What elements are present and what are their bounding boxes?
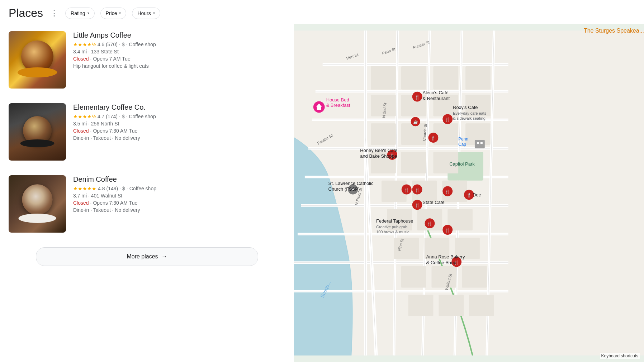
category: Coffee shop bbox=[129, 42, 156, 47]
svg-text:100 brews & music: 100 brews & music bbox=[376, 230, 409, 234]
keyboard-shortcuts-label[interactable]: Keyboard shortcuts bbox=[600, 353, 640, 359]
place-description: Dine-in · Takeout · No delivery bbox=[73, 207, 285, 213]
svg-rect-40 bbox=[433, 123, 458, 145]
review-count: (149) bbox=[106, 186, 118, 191]
status-badge: Closed bbox=[73, 128, 89, 134]
svg-text:& Restaurant: & Restaurant bbox=[423, 96, 450, 101]
svg-rect-31 bbox=[401, 66, 426, 90]
svg-rect-55 bbox=[431, 266, 456, 288]
svg-text:🍴: 🍴 bbox=[445, 189, 450, 194]
status-badge: Closed bbox=[73, 200, 89, 206]
place-info-denim: Denim Coffee ★★★★★ 4.8 (149) · $ · Coffe… bbox=[73, 175, 285, 233]
svg-text:and Bake Shoppe: and Bake Shoppe bbox=[360, 153, 397, 159]
svg-rect-100 bbox=[475, 140, 485, 148]
status-detail: Opens 7:30 AM Tue bbox=[93, 128, 137, 134]
svg-text:🍴: 🍴 bbox=[431, 135, 436, 140]
svg-text:Church (FSSP): Church (FSSP) bbox=[328, 186, 360, 192]
svg-text:🍴: 🍴 bbox=[445, 228, 450, 233]
star-icons: ★★★★½ bbox=[73, 42, 96, 47]
place-distance: 3.5 mi · 256 North St bbox=[73, 121, 285, 127]
list-item[interactable]: Denim Coffee ★★★★★ 4.8 (149) · $ · Coffe… bbox=[0, 168, 294, 240]
place-meta: ★★★★½ 4.6 (570) · $ · Coffee shop bbox=[73, 42, 285, 47]
star-icons: ★★★★½ bbox=[73, 114, 96, 119]
star-icons: ★★★★★ bbox=[73, 186, 96, 191]
svg-rect-99 bbox=[317, 107, 321, 110]
more-places-button[interactable]: More places → bbox=[36, 247, 258, 266]
place-image-elementary bbox=[9, 103, 66, 161]
map-svg: Herr St Penn St Forster St Forster St N … bbox=[294, 24, 644, 362]
place-name: Little Amps Coffee bbox=[73, 31, 285, 39]
chevron-down-icon: ▾ bbox=[87, 11, 89, 15]
list-item[interactable]: Little Amps Coffee ★★★★½ 4.6 (570) · $ ·… bbox=[0, 24, 294, 96]
svg-rect-38 bbox=[371, 123, 396, 145]
place-meta: ★★★★½ 4.7 (174) · $ · Coffee shop bbox=[73, 114, 285, 119]
svg-rect-56 bbox=[462, 266, 487, 288]
place-info-little-amps: Little Amps Coffee ★★★★½ 4.6 (570) · $ ·… bbox=[73, 31, 285, 89]
rating-value: 4.7 bbox=[98, 114, 104, 119]
svg-text:Aleco's Café: Aleco's Café bbox=[423, 90, 449, 95]
category: Coffee shop bbox=[129, 114, 156, 119]
svg-text:Creative pub grub,: Creative pub grub, bbox=[376, 225, 408, 229]
svg-text:St. Lawrence Catholic: St. Lawrence Catholic bbox=[328, 181, 374, 186]
svg-text:Anna Rose Bakery: Anna Rose Bakery bbox=[426, 254, 465, 259]
svg-text:State Cafe: State Cafe bbox=[423, 200, 445, 205]
status-detail: Opens 7 AM Tue bbox=[93, 56, 130, 62]
price-level: $ bbox=[122, 186, 125, 191]
price-level: $ bbox=[122, 114, 125, 119]
svg-text:Cap: Cap bbox=[458, 142, 466, 147]
map-panel[interactable]: Herr St Penn St Forster St Forster St N … bbox=[294, 24, 644, 362]
filter-hours-button[interactable]: Hours ▾ bbox=[132, 8, 160, 19]
svg-text:🍴: 🍴 bbox=[467, 192, 472, 197]
svg-text:Roxy's Cafe: Roxy's Cafe bbox=[453, 105, 478, 110]
category: Coffee shop bbox=[129, 186, 156, 191]
place-name: Denim Coffee bbox=[73, 175, 285, 184]
svg-rect-30 bbox=[371, 66, 396, 90]
chevron-down-icon: ▾ bbox=[119, 11, 121, 15]
svg-rect-101 bbox=[477, 142, 479, 144]
svg-text:& Coffee Shop: & Coffee Shop bbox=[426, 260, 456, 265]
header: Places ⋮ Rating ▾ Price ▾ Hours ▾ bbox=[0, 0, 644, 24]
status-detail: Opens 7:30 AM Tue bbox=[93, 200, 137, 206]
place-image-little-amps bbox=[9, 31, 66, 89]
svg-text:House Bed: House Bed bbox=[326, 97, 349, 103]
svg-text:🍴: 🍴 bbox=[404, 187, 409, 192]
svg-text:🍴: 🍴 bbox=[415, 94, 420, 100]
place-image-denim bbox=[9, 175, 66, 233]
filter-price-button[interactable]: Price ▾ bbox=[100, 8, 127, 19]
svg-text:Dec: Dec bbox=[473, 192, 481, 197]
svg-text:& sidewalk seating: & sidewalk seating bbox=[453, 116, 486, 120]
svg-rect-43 bbox=[401, 152, 426, 173]
svg-text:🍴: 🍴 bbox=[445, 117, 450, 122]
page-title: Places bbox=[9, 6, 43, 20]
svg-text:Everyday café eats: Everyday café eats bbox=[453, 111, 487, 115]
svg-text:Federal Taphouse: Federal Taphouse bbox=[376, 218, 413, 224]
place-info-elementary: Elementary Coffee Co. ★★★★½ 4.7 (174) · … bbox=[73, 103, 285, 161]
svg-rect-33 bbox=[465, 66, 491, 90]
arrow-icon: → bbox=[162, 253, 167, 260]
place-meta: ★★★★★ 4.8 (149) · $ · Coffee shop bbox=[73, 186, 285, 191]
rating-value: 4.8 bbox=[98, 186, 105, 191]
place-status: Closed · Opens 7:30 AM Tue bbox=[73, 200, 285, 206]
content-area: Little Amps Coffee ★★★★½ 4.6 (570) · $ ·… bbox=[0, 24, 644, 362]
svg-text:Penn: Penn bbox=[458, 137, 468, 142]
chevron-down-icon: ▾ bbox=[153, 11, 155, 15]
place-distance: 3.7 mi · 401 Walnut St bbox=[73, 193, 285, 199]
svg-text:Honey Bee's Cafe: Honey Bee's Cafe bbox=[360, 148, 397, 153]
more-options-button[interactable]: ⋮ bbox=[49, 7, 60, 19]
more-places-label: More places bbox=[127, 253, 158, 260]
more-places-wrapper: More places → bbox=[0, 240, 294, 273]
svg-text:& Breakfast: & Breakfast bbox=[326, 103, 350, 108]
svg-text:☕: ☕ bbox=[413, 119, 418, 124]
svg-text:🍴: 🍴 bbox=[415, 187, 420, 192]
svg-text:Capitol Park: Capitol Park bbox=[449, 161, 475, 167]
rating-value: 4.6 bbox=[98, 42, 104, 47]
place-description: Hip hangout for coffee & light eats bbox=[73, 63, 285, 69]
list-item[interactable]: Elementary Coffee Co. ★★★★½ 4.7 (174) · … bbox=[0, 96, 294, 168]
place-description: Dine-in · Takeout · No delivery bbox=[73, 135, 285, 141]
place-distance: 3.4 mi · 133 State St bbox=[73, 49, 285, 54]
status-badge: Closed bbox=[73, 56, 89, 62]
place-name: Elementary Coffee Co. bbox=[73, 103, 285, 111]
places-list: Little Amps Coffee ★★★★½ 4.6 (570) · $ ·… bbox=[0, 24, 294, 362]
filter-rating-button[interactable]: Rating ▾ bbox=[65, 8, 94, 19]
map-container: Herr St Penn St Forster St Forster St N … bbox=[294, 24, 644, 362]
